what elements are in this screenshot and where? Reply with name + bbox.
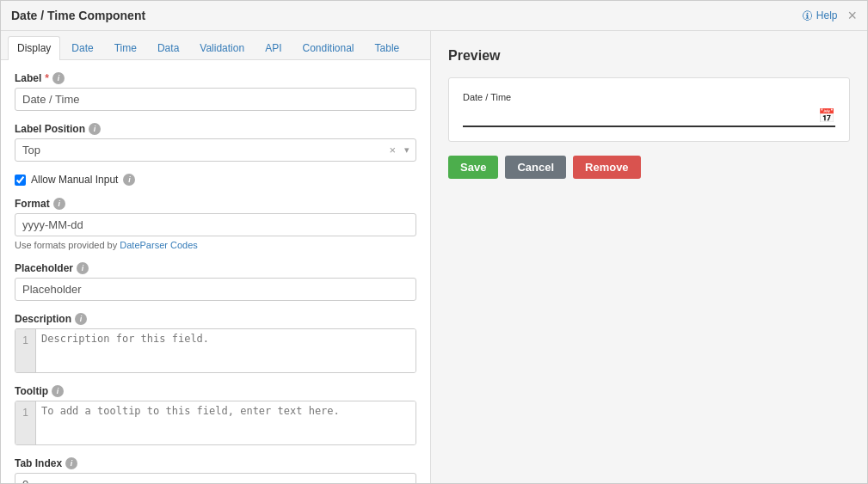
tab-table[interactable]: Table xyxy=(366,36,409,59)
select-arrow-icon: ▾ xyxy=(404,144,409,156)
cancel-button[interactable]: Cancel xyxy=(505,156,566,179)
label-position-help-icon[interactable]: i xyxy=(89,123,101,135)
close-button[interactable]: × xyxy=(847,8,857,23)
modal-container: Date / Time Component 🛈 Help × Display D… xyxy=(0,0,868,484)
allow-manual-input-label[interactable]: Allow Manual Input i xyxy=(15,174,416,186)
description-help-icon[interactable]: i xyxy=(75,313,87,325)
tooltip-textarea-wrapper: 1 xyxy=(15,401,416,445)
allow-manual-help-icon[interactable]: i xyxy=(123,174,135,186)
tooltip-textarea[interactable] xyxy=(36,401,416,444)
description-label: Description i xyxy=(15,313,416,325)
tooltip-label: Tooltip i xyxy=(15,385,416,397)
tab-index-input[interactable] xyxy=(15,473,416,483)
help-label: Help xyxy=(816,9,838,21)
tab-validation[interactable]: Validation xyxy=(190,36,254,59)
placeholder-input[interactable] xyxy=(15,278,416,301)
modal-header: Date / Time Component 🛈 Help × xyxy=(1,1,867,31)
label-input[interactable] xyxy=(15,88,416,111)
preview-title: Preview xyxy=(448,48,850,64)
tab-date[interactable]: Date xyxy=(62,36,102,59)
format-group: Format i Use formats provided by DatePar… xyxy=(15,198,416,250)
dateparser-link[interactable]: DateParser Codes xyxy=(120,240,198,250)
modal-title: Date / Time Component xyxy=(11,9,145,22)
label-position-label: Label Position i xyxy=(15,123,416,135)
tab-index-label: Tab Index i xyxy=(15,457,416,469)
help-button[interactable]: 🛈 Help xyxy=(802,9,838,22)
tab-index-help-icon[interactable]: i xyxy=(65,457,77,469)
tab-conditional[interactable]: Conditional xyxy=(292,36,363,59)
tab-data[interactable]: Data xyxy=(148,36,188,59)
label-help-icon[interactable]: i xyxy=(52,72,65,84)
required-star: * xyxy=(45,72,49,84)
preview-date-input[interactable] xyxy=(463,109,818,122)
allow-manual-input-checkbox[interactable] xyxy=(15,175,26,186)
help-icon: 🛈 xyxy=(802,9,813,22)
allow-manual-input-group: Allow Manual Input i xyxy=(15,174,416,186)
preview-input-wrapper: 📅 xyxy=(463,106,835,127)
tab-bar: Display Date Time Data Validation API Co… xyxy=(1,31,430,60)
tab-index-group: Tab Index i xyxy=(15,457,416,483)
action-buttons: Save Cancel Remove xyxy=(448,156,850,179)
remove-button[interactable]: Remove xyxy=(573,156,641,179)
description-textarea-wrapper: 1 xyxy=(15,328,416,373)
save-button[interactable]: Save xyxy=(448,156,498,179)
placeholder-group: Placeholder i xyxy=(15,262,416,301)
format-input[interactable] xyxy=(15,213,416,236)
placeholder-label: Placeholder i xyxy=(15,262,416,274)
label-field-label: Label * i xyxy=(15,72,416,84)
label-position-select-wrapper: × ▾ xyxy=(15,138,416,162)
tooltip-help-icon[interactable]: i xyxy=(52,385,64,397)
description-group: Description i 1 xyxy=(15,313,416,373)
format-hint: Use formats provided by DateParser Codes xyxy=(15,240,416,250)
preview-box: Date / Time 📅 xyxy=(448,77,850,142)
tab-time[interactable]: Time xyxy=(105,36,146,59)
label-position-input[interactable] xyxy=(15,138,416,162)
right-panel: Preview Date / Time 📅 Save Cancel Remove xyxy=(431,31,867,483)
tab-display[interactable]: Display xyxy=(8,36,60,60)
preview-field-label: Date / Time xyxy=(463,92,835,102)
form-content: Label * i Label Position i × ▾ xyxy=(1,60,430,483)
label-position-group: Label Position i × ▾ xyxy=(15,123,416,162)
tab-api[interactable]: API xyxy=(255,36,291,59)
description-textarea[interactable] xyxy=(36,329,416,372)
format-help-icon[interactable]: i xyxy=(53,198,65,210)
tooltip-group: Tooltip i 1 xyxy=(15,385,416,445)
left-panel: Display Date Time Data Validation API Co… xyxy=(1,31,431,483)
label-group: Label * i xyxy=(15,72,416,111)
preview-calendar-icon[interactable]: 📅 xyxy=(818,107,835,124)
placeholder-help-icon[interactable]: i xyxy=(77,262,89,274)
select-clear-icon[interactable]: × xyxy=(389,144,396,156)
tooltip-line-number: 1 xyxy=(15,401,36,444)
modal-body: Display Date Time Data Validation API Co… xyxy=(1,31,867,483)
format-label: Format i xyxy=(15,198,416,210)
description-line-number: 1 xyxy=(15,329,36,372)
